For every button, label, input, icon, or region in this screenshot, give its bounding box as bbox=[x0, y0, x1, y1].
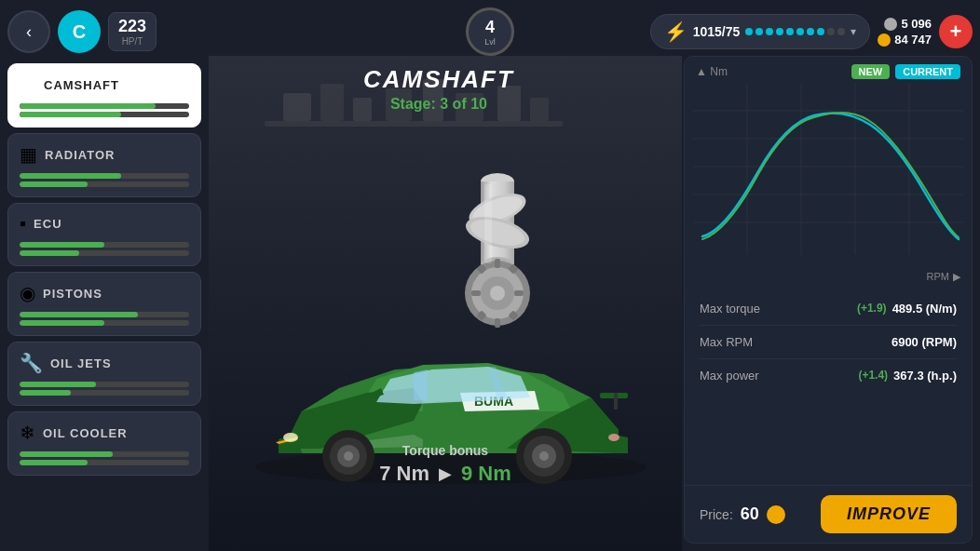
progress-bar-pistons-1 bbox=[20, 320, 189, 326]
add-currency-button[interactable]: + bbox=[939, 15, 973, 48]
energy-dot-1 bbox=[745, 28, 753, 35]
sidebar-icon-camshaft: ⚙ bbox=[20, 74, 36, 96]
sidebar-icon-radiator: ▦ bbox=[20, 143, 37, 166]
sidebar: ⚙CAMSHAFT▦RADIATOR▪ECU◉PISTONS🔧OIL JETS❄… bbox=[7, 63, 201, 544]
improve-button[interactable]: IMPROVE bbox=[821, 495, 957, 533]
progress-fill-radiator-0 bbox=[20, 173, 121, 179]
energy-dot-2 bbox=[755, 28, 763, 35]
gold-currency-row: 84 747 bbox=[878, 33, 932, 47]
svg-rect-37 bbox=[471, 290, 481, 296]
gold-amount: 84 747 bbox=[894, 33, 932, 47]
progress-bar-oil-jets-0 bbox=[20, 382, 189, 387]
svg-rect-2 bbox=[320, 84, 344, 121]
stat-value-1: 6900 (RPM) bbox=[892, 335, 957, 349]
energy-dot-6 bbox=[796, 28, 804, 35]
hp-value: 223 bbox=[118, 17, 146, 36]
sidebar-label-oil-jets: OIL JETS bbox=[50, 356, 112, 370]
progress-bars-camshaft bbox=[20, 103, 189, 117]
price-section: Price: 60 bbox=[700, 504, 785, 524]
torque-bonus-section: Torque bonus 7 Nm ▶ 9 Nm bbox=[209, 443, 682, 486]
svg-rect-36 bbox=[514, 290, 524, 296]
sidebar-item-oil-jets[interactable]: 🔧OIL JETS bbox=[7, 342, 201, 406]
progress-bar-oil-cooler-1 bbox=[20, 460, 189, 465]
part-info: CAMSHAFT Stage: 3 of 10 bbox=[363, 65, 514, 113]
stat-value-2: (+1.4) 367.3 (h.p.) bbox=[858, 369, 957, 383]
back-button[interactable]: ‹ bbox=[7, 10, 50, 53]
progress-bar-oil-cooler-0 bbox=[20, 451, 189, 457]
rpm-arrow-icon: ▶ bbox=[953, 271, 960, 283]
energy-section: ⚡ 1015/75 ▾ bbox=[650, 14, 871, 49]
stat-row-2: Max power(+1.4) 367.3 (h.p.) bbox=[700, 359, 957, 392]
energy-dot-10 bbox=[837, 28, 845, 35]
car-badge: C bbox=[58, 10, 101, 53]
progress-bar-oil-jets-1 bbox=[20, 390, 189, 396]
stats-section: Max torque(+1.9) 489.5 (N/m)Max RPM 6900… bbox=[685, 283, 972, 486]
level-badge: 4 Lvl bbox=[466, 7, 514, 56]
sidebar-label-camshaft: CAMSHAFT bbox=[44, 78, 119, 92]
torque-arrow-icon: ▶ bbox=[439, 464, 452, 484]
energy-dot-7 bbox=[807, 28, 814, 35]
torque-bonus-label: Torque bonus bbox=[402, 443, 488, 458]
progress-bar-pistons-0 bbox=[20, 312, 189, 317]
silver-currency-row: 5 096 bbox=[884, 17, 932, 31]
rpm-axis-label: RPM ▶ bbox=[685, 271, 972, 283]
legend-new-badge: NEW bbox=[851, 64, 891, 79]
sidebar-item-oil-cooler[interactable]: ❄OIL COOLER bbox=[7, 411, 201, 476]
progress-fill-oil-jets-1 bbox=[20, 390, 71, 396]
sidebar-item-header-pistons: ◉PISTONS bbox=[20, 282, 189, 304]
svg-rect-42 bbox=[484, 184, 492, 263]
chart-legend: NEW CURRENT bbox=[851, 64, 960, 79]
sidebar-icon-oil-cooler: ❄ bbox=[20, 422, 35, 444]
progress-bar-radiator-1 bbox=[20, 181, 189, 187]
svg-point-33 bbox=[490, 286, 505, 301]
svg-rect-1 bbox=[283, 93, 311, 121]
sidebar-item-header-radiator: ▦RADIATOR bbox=[20, 143, 189, 166]
stat-bonus-2: (+1.4) bbox=[858, 369, 888, 382]
stat-bonus-0: (+1.9) bbox=[857, 302, 887, 315]
progress-fill-oil-jets-0 bbox=[20, 382, 96, 387]
progress-bar-radiator-0 bbox=[20, 173, 189, 179]
sidebar-item-pistons[interactable]: ◉PISTONS bbox=[7, 272, 201, 336]
sidebar-item-header-camshaft: ⚙CAMSHAFT bbox=[20, 74, 189, 96]
progress-bar-camshaft-1 bbox=[20, 112, 189, 117]
torque-bonus-values: 7 Nm ▶ 9 Nm bbox=[379, 462, 511, 486]
energy-dot-3 bbox=[766, 28, 773, 35]
bottom-bar: Price: 60 IMPROVE bbox=[685, 485, 972, 543]
dropdown-arrow-icon[interactable]: ▾ bbox=[851, 25, 856, 38]
energy-dot-8 bbox=[817, 28, 824, 35]
stat-name-1: Max RPM bbox=[700, 335, 753, 349]
sidebar-item-radiator[interactable]: ▦RADIATOR bbox=[7, 133, 201, 197]
legend-current-badge: CURRENT bbox=[895, 64, 960, 79]
progress-fill-pistons-1 bbox=[20, 320, 104, 326]
progress-bars-ecu bbox=[20, 242, 189, 256]
energy-dot-4 bbox=[776, 28, 783, 35]
progress-bars-oil-cooler bbox=[20, 451, 189, 465]
svg-rect-22 bbox=[614, 393, 618, 410]
hp-display: 223 HP/T bbox=[108, 12, 157, 51]
sidebar-item-ecu[interactable]: ▪ECU bbox=[7, 203, 201, 266]
price-label: Price: bbox=[700, 507, 733, 522]
gold-coin-icon bbox=[878, 34, 891, 47]
sidebar-label-pistons: PISTONS bbox=[43, 287, 102, 301]
header: ‹ C 223 HP/T 4 Lvl ⚡ 1015/75 ▾ 5 bbox=[7, 7, 973, 56]
sidebar-icon-oil-jets: 🔧 bbox=[20, 352, 43, 374]
stat-row-1: Max RPM 6900 (RPM) bbox=[700, 326, 957, 359]
energy-icon: ⚡ bbox=[664, 20, 687, 43]
progress-fill-pistons-0 bbox=[20, 312, 138, 317]
energy-value: 1015/75 bbox=[693, 24, 741, 39]
progress-bars-pistons bbox=[20, 312, 189, 326]
sidebar-item-header-oil-cooler: ❄OIL COOLER bbox=[20, 422, 189, 444]
silver-amount: 5 096 bbox=[901, 17, 932, 31]
progress-fill-camshaft-1 bbox=[20, 112, 121, 117]
progress-fill-camshaft-0 bbox=[20, 103, 156, 109]
sidebar-item-camshaft[interactable]: ⚙CAMSHAFT bbox=[7, 63, 201, 128]
chart-svg bbox=[692, 83, 964, 255]
level-number: 4 bbox=[485, 18, 495, 37]
progress-fill-oil-cooler-1 bbox=[20, 460, 88, 465]
svg-rect-34 bbox=[495, 259, 500, 268]
stage-label: Stage: 3 of 10 bbox=[363, 96, 514, 113]
energy-bar bbox=[745, 28, 845, 35]
torque-old-value: 7 Nm bbox=[379, 462, 429, 486]
svg-rect-8 bbox=[530, 98, 549, 121]
hp-label: HP/T bbox=[122, 36, 143, 47]
